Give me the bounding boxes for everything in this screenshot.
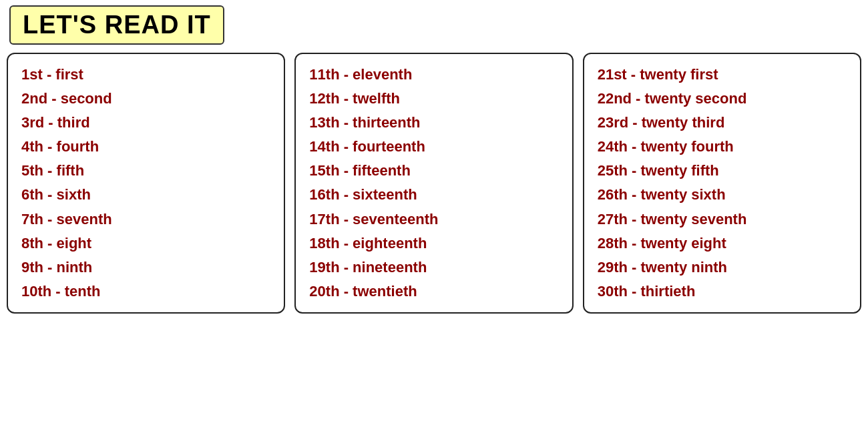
list-item: 8th - eight [21,232,272,255]
list-item: 11th - eleventh [309,63,560,86]
list-item: 28th - twenty eight [598,232,848,255]
page-title: LET'S READ IT [23,11,211,39]
list-item: 14th - fourteenth [309,135,560,158]
list-item: 2nd - second [21,87,272,110]
list-item: 12th - twelfth [309,87,560,110]
list-item: 19th - nineteenth [309,256,560,279]
column-1: 1st - first2nd - second3rd - third4th - … [7,53,285,314]
list-item: 25th - twenty fifth [598,159,848,182]
column-2: 11th - eleventh12th - twelfth13th - thir… [294,53,573,314]
list-item: 7th - seventh [21,208,272,231]
list-item: 16th - sixteenth [309,183,560,206]
list-item: 22nd - twenty second [598,87,848,110]
list-item: 15th - fifteenth [309,159,560,182]
column-3: 21st - twenty first22nd - twenty second … [583,53,861,314]
title-box: LET'S READ IT [9,5,224,45]
list-item: 18th - eighteenth [309,232,560,255]
columns-container: 1st - first2nd - second3rd - third4th - … [7,53,861,314]
list-item: 21st - twenty first [598,63,848,86]
list-item: 1st - first [21,63,272,86]
list-item: 17th - seventeenth [309,208,560,231]
list-item: 27th - twenty seventh [598,208,848,231]
list-item: 5th - fifth [21,159,272,182]
list-item: 23rd - twenty third [598,111,848,134]
list-item: 30th - thirtieth [598,280,848,303]
list-item: 20th - twentieth [309,280,560,303]
list-item: 26th - twenty sixth [598,183,848,206]
list-item: 4th - fourth [21,135,272,158]
list-item: 29th - twenty ninth [598,256,848,279]
list-item: 24th - twenty fourth [598,135,848,158]
list-item: 9th - ninth [21,256,272,279]
list-item: 6th - sixth [21,183,272,206]
list-item: 13th - thirteenth [309,111,560,134]
list-item: 10th - tenth [21,280,272,303]
list-item: 3rd - third [21,111,272,134]
